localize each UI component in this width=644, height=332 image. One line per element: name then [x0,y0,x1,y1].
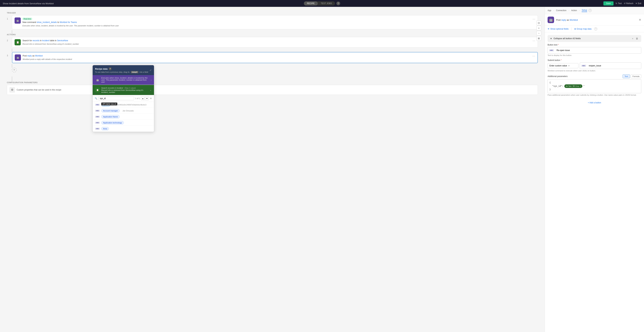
setup-nav: App → Connection → Action → Setup ? [545,7,644,14]
add-block-btn[interactable]: + [631,37,634,40]
tab-row: Text Formula [622,74,641,78]
exit-button[interactable]: ✕ Exit [636,2,641,4]
step1-expand-icon[interactable]: › [151,79,152,81]
header-link-workbot[interactable]: Workbot [570,19,578,21]
eye-icon: 👁 [548,28,550,30]
add-step-button[interactable]: + [12,68,16,72]
search-icon: 🔍 [95,97,97,100]
button-block-header: ▼ Collapse all button #2 fields + 🗑 [548,35,641,42]
show-optional-link[interactable]: 👁 Show optional fields [548,28,569,30]
search-clear[interactable]: ✕ [150,97,152,100]
type-badge-2: ABC [95,116,100,118]
save-button[interactable]: Save [604,1,614,5]
step-row-3: 3 🤖 Post reply as Workbot Workbot posts … [7,52,538,63]
refresh-button[interactable]: ↺ Refresh [624,2,634,4]
search-prev[interactable]: ▲ [141,96,145,100]
tab-formula-btn[interactable]: Formula [631,74,641,78]
setup-options: 👁 Show optional fields ⊞ Group map data … [545,26,644,32]
data-pill-area[interactable]: Area [101,127,109,130]
step-link-workbot3[interactable]: Workbot [35,55,43,57]
setup-title: Post reply as Workbot [556,19,639,21]
code-line-1: { [550,81,640,84]
type-badge-1: ABC [95,110,100,112]
config-card[interactable]: ⚙ Custom properties that can be used in … [7,85,538,95]
step1-data-header[interactable]: 🤖 Executes when show_incident_details is… [93,75,154,85]
data-pill-apptech[interactable]: Application technology [101,121,124,124]
step2-data-header[interactable]: 📋 Search records in Incident (Step 2 out… [93,85,154,95]
nav-setup[interactable]: Setup [582,9,587,12]
collapse-icon: ▼ [550,37,552,40]
submit-dropdown[interactable]: Enter custom value ▼ [548,63,578,68]
datapill-label: datapill [131,71,138,73]
button-text-field: Button text * ABC Text to display for th… [548,44,641,56]
connector-2 [12,49,12,52]
tab-recipe[interactable]: RECIPE [304,1,318,5]
add-button-link[interactable]: + Add a button [588,101,601,104]
submit-label: Submit button * [548,59,641,61]
delete-block-btn[interactable]: 🗑 [635,37,639,40]
topbar: Show Incident details from ServiceNow vi… [0,0,644,7]
step-link-workbot[interactable]: Workbot for Teams [60,21,77,23]
connector-config [12,76,12,82]
recipe-panel-subtitle: To use data from a previous step, drag i… [95,71,148,73]
nav-help-icon[interactable]: ? [588,9,592,12]
opt-help-icon[interactable]: ? [594,27,597,30]
step-title-2: Search for records in Incident table in … [22,39,531,42]
step-link-servicenow[interactable]: ServiceNow [57,39,68,42]
button-block: ▼ Collapse all button #2 fields + 🗑 Butt… [548,35,641,96]
list-item: ABC Application technology [93,120,154,126]
nav-action[interactable]: Action [571,9,577,12]
step-menu-3[interactable]: ⋯ [532,54,535,58]
step1-data-text: Executes when show_incident_details is i… [101,77,150,83]
step-link-reply[interactable]: reply [27,55,32,57]
zoom-grid[interactable]: ⊞ [536,36,541,41]
button-text-hint: Text to display for this button. [548,54,641,56]
step-link-incident[interactable]: Incident [42,39,49,42]
step-menu-1[interactable]: ⋯ [532,17,535,21]
list-item: ABC Account manager Jan Donyada [93,108,154,114]
submit-value-input[interactable] [587,63,640,68]
tab-test-jobs[interactable]: TEST JOBS [318,1,335,5]
test-button[interactable]: ↻ Test [616,2,622,4]
step2-expand-icon[interactable]: ⌄ [150,89,152,91]
data-pill-appname[interactable]: Application Name [101,115,120,118]
data-items-container: ABC Sys ID 577b42481b3e149007e0da4cbc4bc… [93,102,154,132]
search-input[interactable] [98,96,134,100]
step-link-records[interactable]: records [32,39,40,42]
data-value-account: Jan Donyada [122,110,134,112]
group-map-link[interactable]: ⊞ Group map data [574,28,592,30]
data-pill-account[interactable]: Account manager [101,109,120,112]
step-menu-2[interactable]: ⋯ [532,39,535,42]
help-icon[interactable]: ? [336,1,340,5]
search-bar: 🔍 1 of 1 ▲ ▼ ✕ [93,95,154,102]
type-badge-4: ABC [95,128,100,130]
step-card-2[interactable]: 📋 Search for records in Incident table i… [12,37,538,47]
step-content-1: Real-time New command show_incident_deta… [22,17,531,27]
step-content-2: Search for records in Incident table in … [22,39,531,45]
required-star-1: * [558,44,559,46]
chart-icon: ⊞ [574,28,576,30]
recipe-panel-help[interactable]: ? [108,67,112,70]
step-link-command[interactable]: show_incident_details [37,21,57,23]
button-text-input[interactable] [555,48,640,53]
zoom-fit[interactable]: ⊡ [536,20,541,25]
zoom-out[interactable]: − [536,31,541,35]
expand-icon[interactable]: ⤢ [150,69,152,71]
nav-arrow-1: → [552,9,554,12]
header-link-reply[interactable]: reply [561,19,566,21]
submit-hint: Workbot command to execute when user cli… [548,70,641,72]
search-next[interactable]: ▼ [145,96,149,100]
tab-group-container: RECIPE TEST JOBS ? [304,1,340,5]
step-card-3[interactable]: 🤖 Post reply as Workbot Workbot posts a … [12,52,538,63]
config-section: CONFIGURATION PARAMETERS ⚙ Custom proper… [7,76,538,95]
nav-connection[interactable]: Connection [556,9,566,12]
close-button[interactable]: ✕ [639,18,641,22]
code-block[interactable]: { "sys_id": 🗂 Sys ID Step 2 " } [548,79,641,93]
step-badge-1: Real-time [22,17,531,21]
step-desc-1: Executes when show_incident_details is i… [22,24,531,27]
zoom-in[interactable]: + [536,26,541,30]
tab-text-btn[interactable]: Text [622,74,630,78]
nav-app[interactable]: App [548,9,551,12]
step-card-1[interactable]: 🤖 Real-time New command show_incident_de… [12,15,538,29]
submit-button-field: Submit button * Enter custom value ▼ ABC [548,59,641,72]
